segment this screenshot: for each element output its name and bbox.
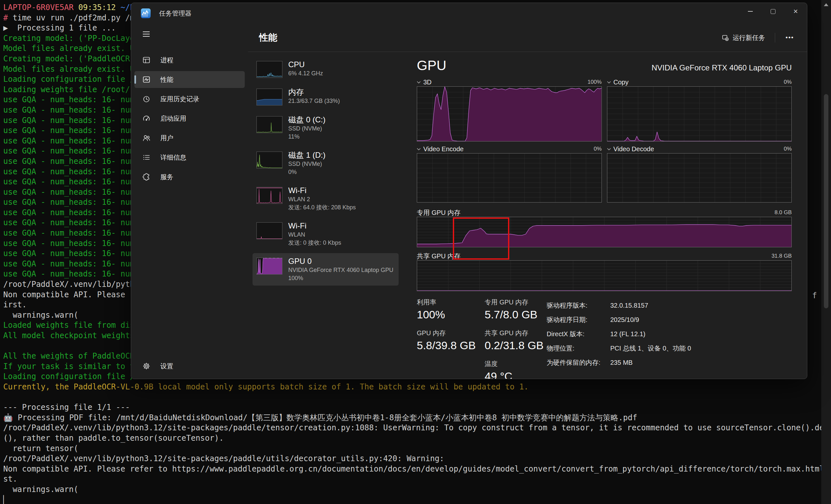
terminal-line: warnings.warn(	[3, 484, 831, 495]
terminal-line: warnings.warn(	[3, 310, 135, 321]
terminal-line: 🤖 Processing PDF file: /mnt/d/BaiduNetdi…	[3, 413, 831, 423]
sidebar-item-startup-apps[interactable]: 启动应用	[134, 110, 245, 127]
perf-item-memory[interactable]: 内存 21.3/63.7 GB (33%)	[253, 84, 399, 109]
stat-label-gpu-memory: GPU 内存	[417, 329, 485, 337]
sidebar-item-settings[interactable]: 设置	[134, 358, 245, 375]
header-actions: 运行新任务 •••	[718, 31, 799, 45]
close-button[interactable]: ×	[784, 3, 807, 20]
perf-title: CPU	[288, 60, 323, 69]
memory-mini-chart	[256, 89, 282, 106]
sidebar-item-services[interactable]: 服务	[134, 169, 245, 185]
maximize-button[interactable]	[762, 3, 784, 20]
chevron-down-icon[interactable]	[417, 81, 421, 83]
terminal-line: /root/PaddleX/.venv/lib/python3.12/site-…	[3, 423, 831, 433]
new-task-icon	[722, 34, 729, 41]
chart-value-3d: 100%	[588, 79, 602, 85]
video_encode-svg	[417, 153, 602, 202]
titlebar[interactable]: 任务管理器 ×	[131, 3, 807, 24]
window-controls: ×	[739, 3, 807, 21]
perf-sub: NVIDIA GeForce RTX 4060 Laptop GPU	[288, 266, 394, 274]
thumb_disk0-svg	[257, 117, 282, 133]
chart-max-dedicated-memory: 8.0 GB	[775, 209, 792, 216]
sidebar-spacer	[131, 187, 248, 356]
chart-title-video-decode: Video Decode	[613, 145, 654, 153]
run-new-task-button[interactable]: 运行新任务	[718, 31, 769, 45]
chevron-down-icon[interactable]	[607, 81, 611, 83]
perf-title: 磁盘 1 (D:)	[288, 150, 325, 160]
chart-title-copy: Copy	[613, 79, 629, 86]
perf-title: 磁盘 0 (C:)	[288, 115, 325, 125]
ellipsis-icon: •••	[785, 34, 794, 41]
perf-item-disk1[interactable]: 磁盘 1 (D:) SSD (NVMe) 0%	[253, 147, 399, 179]
terminal-line: use GQA - num_heads: 16- num	[3, 197, 135, 208]
sidebar: 进程 性能 应用历史记录 启	[131, 24, 248, 379]
chevron-down-icon[interactable]	[417, 148, 421, 150]
terminal-scrollbar-thumb[interactable]	[824, 94, 828, 308]
services-icon	[142, 173, 151, 181]
stat-value-utilization: 100%	[417, 308, 485, 321]
terminal-line: use GQA - num_heads: 16- num	[3, 156, 135, 167]
detail-row: 驱动程序版本: 32.0.15.8157	[547, 298, 792, 313]
gpu-stats: 利用率 100% GPU 内存 5.8/39.8 GB 专用	[417, 298, 792, 379]
content-area: 性能 运行新任务 •••	[248, 24, 807, 379]
gpu-driver-details: 驱动程序版本: 32.0.15.8157 驱动程序日期: 2025/10/9 D…	[547, 298, 792, 379]
chart-title-3d: 3D	[423, 79, 432, 86]
sidebar-item-label: 应用历史记录	[160, 95, 199, 103]
detail-row: 驱动程序日期: 2025/10/9	[547, 313, 792, 327]
perf-title: 内存	[288, 87, 340, 97]
terminal-line	[3, 341, 135, 352]
annotation-red-box	[453, 217, 509, 260]
chart-title-dedicated-memory: 专用 GPU 内存	[417, 208, 460, 217]
wifi2-mini-chart	[256, 187, 282, 204]
gpu_3d-svg	[417, 87, 602, 141]
sidebar-item-label: 详细信息	[160, 153, 186, 162]
gpu-panel-title: GPU	[417, 58, 446, 73]
terminal-output-bottom: Currently, the PaddleOCR-VL-0.9B local m…	[3, 382, 831, 504]
terminal-line: Creating model: ('PaddleOCR-	[3, 54, 135, 64]
scroll-up-arrow-icon[interactable]	[824, 3, 828, 6]
perf-item-wifi1[interactable]: Wi-Fi WLAN 发送: 0 接收: 0 Kbps	[253, 218, 399, 250]
sidebar-item-details[interactable]: 详细信息	[134, 149, 245, 166]
terminal-line: All model checkpoint weights	[3, 331, 135, 341]
terminal-line: use GQA - num_heads: 16- num	[3, 269, 135, 279]
cpu-mini-chart	[256, 61, 282, 78]
more-options-button[interactable]: •••	[781, 32, 799, 43]
sidebar-item-users[interactable]: 用户	[134, 129, 245, 146]
perf-sub: SSD (NVMe)	[288, 160, 325, 168]
chart-title-video-encode: Video Encode	[423, 145, 463, 153]
terminal-line: use GQA - num_heads: 16- num	[3, 105, 135, 116]
perf-item-wifi2[interactable]: Wi-Fi WLAN 2 发送: 64.0 接收: 208 Kbps	[253, 182, 399, 215]
gpu-video-encode-chart	[417, 153, 602, 203]
window-body: 进程 性能 应用历史记录 启	[131, 24, 807, 379]
stat-label-shared-memory: 共享 GPU 内存	[485, 329, 547, 337]
terminal-line: use GQA - num_heads: 16- num	[3, 177, 135, 187]
terminal-line: use GQA - num_heads: 16- num	[3, 126, 135, 136]
terminal-line: use GQA - num_heads: 16- num	[3, 239, 135, 249]
stat-value-gpu-memory: 5.8/39.8 GB	[417, 338, 485, 352]
terminal-scrollbar[interactable]	[821, 0, 831, 504]
gpu-shared-memory-chart	[417, 260, 792, 291]
terminal-line: use GQA - num_heads: 16- num	[3, 167, 135, 177]
perf-item-gpu0[interactable]: GPU 0 NVIDIA GeForce RTX 4060 Laptop GPU…	[253, 253, 399, 286]
thumb_disk1-svg	[257, 152, 282, 168]
sidebar-item-processes[interactable]: 进程	[134, 52, 245, 68]
minimize-button[interactable]	[739, 3, 762, 20]
terminal-line: use GQA - num_heads: 16- num	[3, 228, 135, 239]
terminal-line: use GQA - num_heads: 16- num	[3, 187, 135, 198]
menu-toggle-button[interactable]	[140, 28, 154, 40]
sidebar-item-performance[interactable]: 性能	[134, 71, 245, 88]
processes-icon	[142, 56, 151, 64]
perf-sub: 0%	[288, 168, 325, 176]
terminal-overflow-char: f	[812, 291, 817, 301]
sidebar-item-app-history[interactable]: 应用历史记录	[134, 91, 245, 108]
sidebar-item-label: 进程	[160, 56, 173, 65]
perf-title: GPU 0	[288, 256, 394, 266]
disk1-mini-chart	[256, 152, 282, 169]
perf-item-disk0[interactable]: 磁盘 0 (C:) SSD (NVMe) 11%	[253, 112, 399, 144]
thumb_wifi1-svg	[257, 223, 282, 239]
terminal-line: /root/PaddleX/.venv/lib/python3.12/site-…	[3, 454, 831, 464]
startup-apps-icon	[142, 114, 151, 123]
perf-item-cpu[interactable]: CPU 6% 4.12 GHz	[253, 57, 399, 81]
chart-value-video-decode: 0%	[783, 146, 792, 152]
chevron-down-icon[interactable]	[607, 148, 611, 150]
